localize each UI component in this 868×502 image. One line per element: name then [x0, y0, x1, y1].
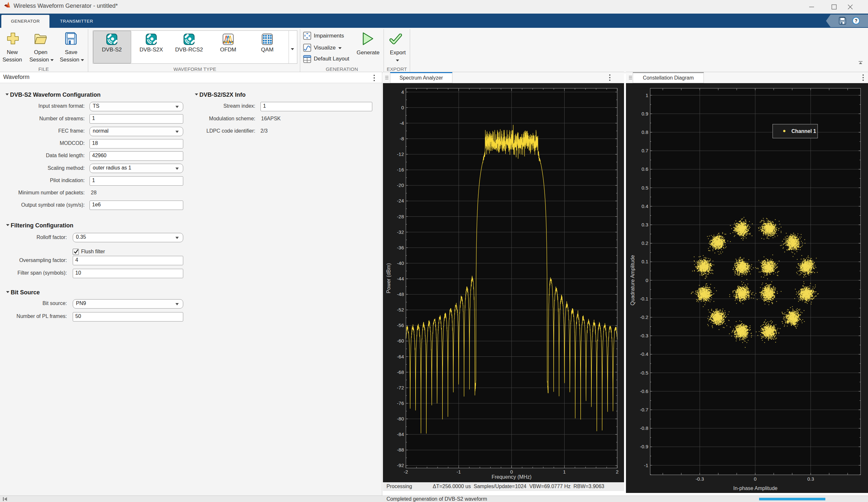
svg-text:In-phase Amplitude: In-phase Amplitude [733, 485, 777, 491]
svg-text:Power (dBm): Power (dBm) [386, 263, 391, 293]
svg-text:-12: -12 [397, 151, 404, 157]
svg-text:0.9: 0.9 [641, 111, 648, 117]
svg-text:0.7: 0.7 [641, 148, 648, 153]
svg-text:-0.5: -0.5 [640, 370, 648, 375]
svg-text:-8: -8 [400, 136, 404, 141]
svg-text:0.3: 0.3 [641, 222, 648, 228]
svg-text:-24: -24 [397, 198, 404, 203]
svg-text:-40: -40 [397, 260, 404, 266]
svg-text:0.8: 0.8 [641, 129, 648, 135]
svg-text:-84: -84 [397, 431, 404, 437]
svg-text:0.6: 0.6 [641, 166, 648, 172]
svg-text:-4: -4 [400, 120, 404, 126]
svg-text:-60: -60 [397, 338, 404, 343]
svg-text:-52: -52 [397, 307, 404, 312]
svg-text:-1: -1 [457, 469, 461, 474]
svg-text:0.5: 0.5 [641, 185, 648, 191]
svg-text:-64: -64 [397, 354, 404, 359]
svg-text:Frequency (MHz): Frequency (MHz) [492, 474, 531, 480]
svg-text:Quadrature Amplitude: Quadrature Amplitude [630, 255, 635, 306]
svg-text:-0.3: -0.3 [695, 476, 704, 482]
svg-text:-72: -72 [397, 385, 404, 390]
svg-text:-88: -88 [397, 447, 404, 452]
svg-text:0: 0 [646, 278, 648, 283]
svg-text:-48: -48 [397, 291, 404, 297]
svg-text:-36: -36 [397, 245, 404, 250]
svg-text:1: 1 [563, 469, 566, 474]
svg-text:0: 0 [754, 476, 756, 482]
svg-text:-76: -76 [397, 400, 404, 406]
svg-text:-92: -92 [397, 463, 404, 468]
svg-text:-0.9: -0.9 [640, 444, 648, 449]
svg-text:0.3: 0.3 [807, 476, 814, 482]
svg-text:0: 0 [401, 105, 404, 110]
svg-text:-80: -80 [397, 416, 404, 421]
svg-text:-16: -16 [397, 167, 404, 172]
svg-text:-44: -44 [397, 276, 404, 281]
svg-text:4: 4 [401, 89, 404, 95]
svg-text:-32: -32 [397, 229, 404, 235]
svg-text:-0.1: -0.1 [640, 296, 648, 301]
svg-text:0: 0 [510, 469, 513, 474]
svg-text:-56: -56 [397, 322, 404, 328]
svg-text:-28: -28 [397, 214, 404, 219]
svg-text:-0.8: -0.8 [640, 425, 648, 431]
svg-text:?: ? [855, 18, 858, 23]
svg-text:Channel 1: Channel 1 [792, 128, 816, 134]
svg-text:2: 2 [616, 469, 619, 474]
svg-text:-0.2: -0.2 [640, 314, 648, 320]
svg-text:-0.3: -0.3 [640, 333, 648, 338]
svg-text:0.2: 0.2 [641, 240, 648, 246]
svg-text:0.1: 0.1 [641, 259, 648, 264]
svg-text:-68: -68 [397, 369, 404, 375]
svg-text:0.4: 0.4 [641, 203, 648, 209]
svg-text:-0.4: -0.4 [640, 351, 648, 357]
svg-text:1: 1 [646, 92, 648, 98]
svg-text:-1: -1 [644, 463, 648, 468]
svg-text:-0.6: -0.6 [640, 389, 648, 394]
svg-text:-20: -20 [397, 182, 404, 188]
svg-text:-2: -2 [404, 469, 408, 474]
svg-text:-0.7: -0.7 [640, 407, 648, 412]
